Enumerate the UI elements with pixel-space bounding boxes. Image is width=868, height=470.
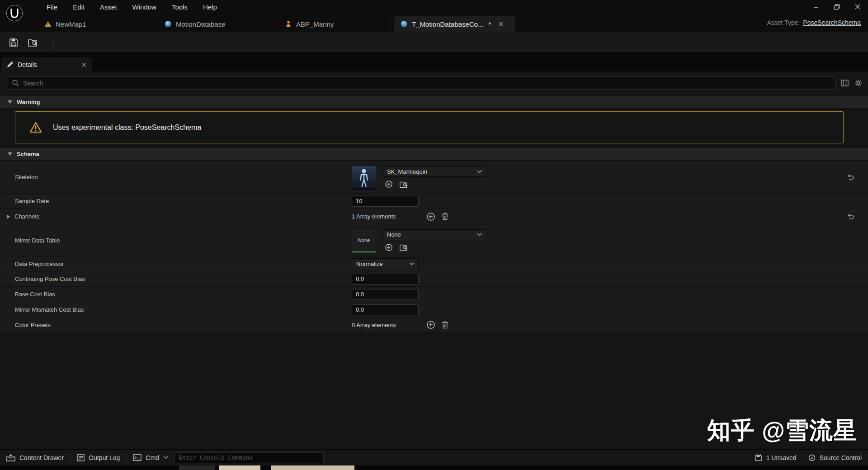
- array-elements-text: 1 Array elements: [352, 213, 426, 220]
- skeleton-thumbnail[interactable]: [352, 165, 376, 190]
- details-panel: Warning Uses experimental class: PoseSea…: [0, 71, 868, 449]
- tab-motiondatabase-config[interactable]: T_MotionDatabaseCo... *: [394, 16, 515, 32]
- property-label: Skeleton: [0, 161, 352, 193]
- delete-elements-icon[interactable]: [442, 321, 448, 329]
- menu-file[interactable]: File: [39, 3, 65, 11]
- toolbar: [0, 32, 868, 53]
- use-selected-asset-icon[interactable]: [385, 243, 393, 252]
- search-input[interactable]: [23, 80, 831, 87]
- cmd-dropdown-button[interactable]: Cmd: [133, 454, 168, 461]
- output-log-label: Output Log: [89, 454, 120, 461]
- chevron-down-icon: [163, 456, 168, 459]
- close-button[interactable]: [847, 0, 868, 14]
- continuing-pose-cost-bias-input[interactable]: [352, 274, 419, 285]
- peek-tile: [179, 465, 215, 470]
- save-button[interactable]: [5, 35, 22, 50]
- use-selected-asset-icon[interactable]: [385, 180, 393, 188]
- browse-asset-icon[interactable]: [400, 180, 409, 188]
- row-mirror-mismatch-cost-bias: Mirror Mismatch Cost Bias: [0, 302, 868, 318]
- property-label: Continuing Pose Cost Bias: [0, 271, 352, 286]
- modified-indicator: *: [488, 20, 491, 28]
- search-bar: [8, 76, 836, 90]
- source-control-label: Source Control: [820, 454, 862, 461]
- asset-type-link[interactable]: PoseSearchSchema: [803, 19, 861, 26]
- console-command-input[interactable]: [175, 452, 324, 463]
- add-element-icon[interactable]: [426, 320, 435, 329]
- mirror-table-dropdown-value: None: [387, 231, 401, 238]
- row-base-cost-bias: Base Cost Bias: [0, 287, 868, 302]
- expander-arrow-icon[interactable]: [7, 214, 10, 219]
- row-skeleton: Skeleton SK_Mannequin: [0, 161, 868, 194]
- tab-label: MotionDatabase: [176, 20, 225, 28]
- reset-to-default-icon[interactable]: [846, 174, 854, 181]
- source-control-button[interactable]: Source Control: [808, 454, 862, 461]
- menu-asset[interactable]: Asset: [92, 3, 125, 11]
- array-elements-text: 0 Array elements: [352, 322, 426, 328]
- row-continuing-pose-cost-bias: Continuing Pose Cost Bias: [0, 271, 868, 287]
- unsaved-button[interactable]: 1 Unsaved: [755, 454, 797, 461]
- row-mirror-data-table: Mirror Data Table None None: [0, 224, 868, 256]
- row-channels: Channels 1 Array elements: [0, 209, 868, 224]
- anim-blueprint-icon: [285, 20, 292, 28]
- status-bar: Content Drawer Output Log Cmd 1 Unsaved …: [0, 449, 868, 465]
- browse-to-asset-button[interactable]: [25, 35, 42, 50]
- sample-rate-input[interactable]: [352, 196, 419, 207]
- skeleton-dropdown[interactable]: SK_Mannequin: [382, 166, 486, 177]
- minimize-button[interactable]: [806, 0, 826, 14]
- details-pencil-icon: [7, 61, 14, 68]
- settings-gear-icon[interactable]: [854, 79, 862, 87]
- window-controls: [806, 0, 868, 14]
- restore-button[interactable]: [826, 0, 847, 14]
- tab-label: NewMap1: [56, 20, 86, 28]
- content-drawer-icon: [6, 454, 15, 461]
- collapse-arrow-icon: [8, 100, 12, 104]
- menubar: File Edit Asset Window Tools Help: [0, 0, 868, 14]
- content-drawer-button[interactable]: Content Drawer: [6, 454, 64, 461]
- delete-elements-icon[interactable]: [442, 213, 448, 220]
- tab-abp-manny[interactable]: ABP_Manny: [278, 16, 391, 32]
- mirror-table-thumbnail[interactable]: None: [352, 228, 376, 252]
- reset-to-default-icon[interactable]: [846, 213, 854, 220]
- unreal-logo-icon: [4, 2, 25, 24]
- tab-newmap1[interactable]: NewMap1: [38, 16, 150, 32]
- section-title: Schema: [17, 151, 39, 157]
- mirror-mismatch-cost-bias-input[interactable]: [352, 304, 419, 315]
- menu-window[interactable]: Window: [125, 3, 164, 11]
- row-color-presets: Color Presets 0 Array elements: [0, 318, 868, 332]
- section-header-schema[interactable]: Schema: [0, 147, 868, 161]
- cmd-terminal-icon: [133, 454, 142, 461]
- details-close-icon[interactable]: [82, 62, 86, 67]
- tab-motiondatabase[interactable]: MotionDatabase: [158, 16, 270, 32]
- mirror-table-dropdown[interactable]: None: [382, 229, 486, 240]
- property-label: Channels: [14, 213, 39, 220]
- statusbar-separator: [126, 453, 127, 462]
- display-filter-icon[interactable]: [841, 80, 849, 86]
- tab-label: T_MotionDatabaseCo...: [412, 20, 483, 28]
- cmd-label: Cmd: [146, 454, 159, 461]
- warning-box: Uses experimental class: PoseSearchSchem…: [15, 111, 844, 143]
- menu-edit[interactable]: Edit: [65, 3, 92, 11]
- warning-triangle-icon: [29, 122, 42, 133]
- toolbar-separator: [53, 36, 54, 49]
- search-options: [841, 79, 862, 87]
- panel-tab-strip: Details: [0, 53, 868, 71]
- data-preprocessor-dropdown[interactable]: Normalize: [352, 258, 419, 269]
- browse-asset-icon[interactable]: [400, 243, 409, 251]
- section-header-warning[interactable]: Warning: [0, 95, 868, 109]
- details-tab-label: Details: [18, 61, 37, 68]
- unsaved-label: 1 Unsaved: [766, 454, 797, 461]
- menu-help[interactable]: Help: [195, 3, 225, 11]
- content-drawer-label: Content Drawer: [19, 454, 64, 461]
- peek-tile: [271, 465, 354, 470]
- property-label: Color Presets: [0, 318, 352, 332]
- chevron-down-icon: [477, 233, 482, 236]
- tab-details[interactable]: Details: [1, 57, 92, 71]
- output-log-button[interactable]: Output Log: [77, 454, 120, 461]
- tab-close-icon[interactable]: [499, 22, 503, 26]
- add-element-icon[interactable]: [426, 212, 435, 221]
- menu-tools[interactable]: Tools: [164, 3, 195, 11]
- unsaved-save-icon: [755, 454, 762, 461]
- base-cost-bias-input[interactable]: [352, 289, 419, 300]
- chevron-down-icon: [477, 170, 482, 173]
- property-label: Mirror Data Table: [0, 224, 352, 256]
